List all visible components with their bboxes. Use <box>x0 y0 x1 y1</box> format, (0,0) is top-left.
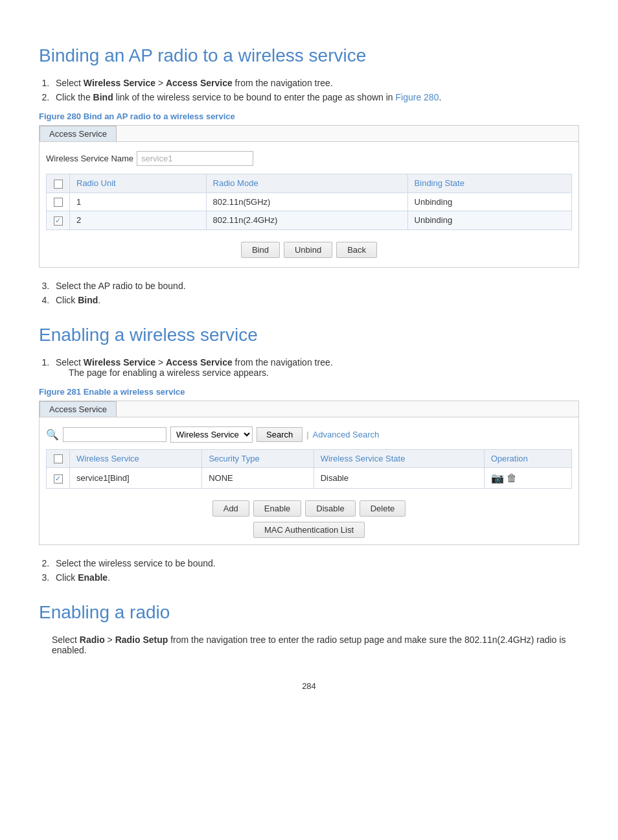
wireless-service-name-label: Wireless Service Name <box>46 154 137 163</box>
col-operation: Operation <box>484 449 571 468</box>
enabling-button-row: Add Enable Disable Delete <box>46 495 572 519</box>
header-checkbox[interactable] <box>54 180 63 189</box>
page-number: 284 <box>39 681 579 691</box>
mac-authentication-list-button[interactable]: MAC Authentication List <box>253 522 365 538</box>
separator: | <box>306 430 308 439</box>
edit-icon[interactable]: 📷 <box>491 472 504 484</box>
step-2: Click the Bind link of the wireless serv… <box>52 92 579 102</box>
unbind-button[interactable]: Unbind <box>284 242 332 258</box>
mac-auth-row: MAC Authentication List <box>46 522 572 538</box>
figure-281-label: Figure 281 Enable a wireless service <box>39 387 579 397</box>
steps-binding-before: Select Wireless Service > Access Service… <box>52 78 579 102</box>
col-checkbox <box>47 174 70 193</box>
table-row: service1[Bind] NONE Disable 📷 🗑 <box>47 468 572 489</box>
radio-table: Radio Unit Radio Mode Binding State 1 80… <box>46 174 572 230</box>
table-row: 2 802.11n(2.4GHz) Unbinding <box>47 211 572 230</box>
wireless-service-form-row: Wireless Service Name <box>46 151 572 166</box>
col-wireless-service: Wireless Service <box>70 449 202 468</box>
figure-280-panel: Access Service Wireless Service Name Rad… <box>39 125 579 268</box>
search-icon: 🔍 <box>46 428 59 441</box>
steps-enabling-before: Select Wireless Service > Access Service… <box>52 357 579 378</box>
step-1: Select Wireless Service > Access Service… <box>52 78 579 88</box>
wireless-service-name-input[interactable] <box>137 151 253 166</box>
col-binding-state: Binding State <box>407 174 571 193</box>
row2-checkbox[interactable] <box>54 216 63 226</box>
add-button[interactable]: Add <box>212 500 249 517</box>
ws-row1-checkbox[interactable] <box>54 474 63 484</box>
advanced-search-link[interactable]: Advanced Search <box>313 430 380 439</box>
step-3: Select the AP radio to be bound. <box>52 281 579 291</box>
search-select[interactable]: Wireless Service <box>170 426 253 443</box>
delete-icon[interactable]: 🗑 <box>507 472 517 484</box>
panel-tab-access-service-1: Access Service <box>40 126 117 141</box>
search-button[interactable]: Search <box>257 427 303 442</box>
steps-binding-after: Select the AP radio to be bound. Click B… <box>52 281 579 305</box>
figure-281-panel: Access Service 🔍 Wireless Service Search… <box>39 401 579 546</box>
back-button[interactable]: Back <box>336 242 377 258</box>
step-ew-3: Click Enable. <box>52 572 579 583</box>
panel-tab-access-service-2: Access Service <box>40 401 117 417</box>
col-checkbox-ws <box>47 449 70 468</box>
bind-button[interactable]: Bind <box>241 242 280 258</box>
step-ew-1-sub: The page for enabling a wireless service… <box>69 368 269 378</box>
section-title-enabling-radio: Enabling a radio <box>39 602 579 623</box>
operation-icons: 📷 🗑 <box>491 472 565 484</box>
col-radio-unit: Radio Unit <box>70 174 207 193</box>
steps-enabling-after: Select the wireless service to be bound.… <box>52 558 579 583</box>
search-input[interactable] <box>63 427 166 442</box>
col-security-type: Security Type <box>202 449 314 468</box>
section-title-enabling-wireless: Enabling a wireless service <box>39 325 579 345</box>
search-bar: 🔍 Wireless Service Search | Advanced Sea… <box>46 426 572 443</box>
col-radio-mode: Radio Mode <box>206 174 407 193</box>
figure-280-link[interactable]: Figure 280 <box>396 92 439 102</box>
enable-button[interactable]: Enable <box>253 500 301 517</box>
col-ws-state: Wireless Service State <box>314 449 484 468</box>
enabling-radio-body: Select Radio > Radio Setup from the navi… <box>52 635 579 655</box>
figure-280-label: Figure 280 Bind an AP radio to a wireles… <box>39 111 579 121</box>
row1-checkbox[interactable] <box>54 198 63 207</box>
wireless-service-table: Wireless Service Security Type Wireless … <box>46 449 572 489</box>
step-4: Click Bind. <box>52 295 579 305</box>
table-row: 1 802.11n(5GHz) Unbinding <box>47 192 572 211</box>
ws-header-checkbox[interactable] <box>54 454 63 463</box>
disable-button[interactable]: Disable <box>305 500 355 517</box>
delete-button[interactable]: Delete <box>360 500 406 517</box>
step-ew-1: Select Wireless Service > Access Service… <box>52 357 579 378</box>
step-ew-2: Select the wireless service to be bound. <box>52 558 579 568</box>
section-title-binding: Binding an AP radio to a wireless servic… <box>39 45 579 66</box>
binding-button-row: Bind Unbind Back <box>46 237 572 261</box>
